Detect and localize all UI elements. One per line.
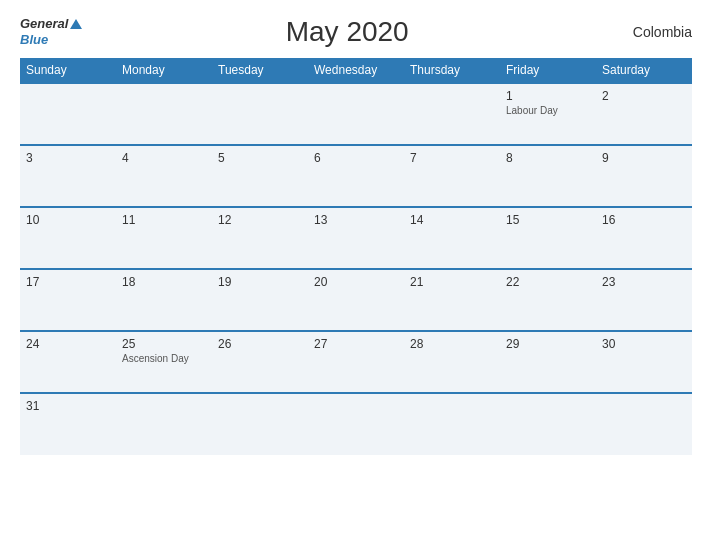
calendar-cell — [500, 393, 596, 455]
calendar-cell: 1Labour Day — [500, 83, 596, 145]
calendar-cell — [596, 393, 692, 455]
day-number: 4 — [122, 151, 206, 165]
day-number: 20 — [314, 275, 398, 289]
calendar-cell: 29 — [500, 331, 596, 393]
day-number: 7 — [410, 151, 494, 165]
day-number: 13 — [314, 213, 398, 227]
day-number: 19 — [218, 275, 302, 289]
logo-blue-text: Blue — [20, 32, 48, 48]
day-number: 21 — [410, 275, 494, 289]
country-label: Colombia — [612, 24, 692, 40]
day-of-week-header: Saturday — [596, 58, 692, 83]
day-number: 2 — [602, 89, 686, 103]
calendar-cell: 3 — [20, 145, 116, 207]
day-number: 15 — [506, 213, 590, 227]
calendar-cell — [20, 83, 116, 145]
day-number: 14 — [410, 213, 494, 227]
calendar-cell — [308, 83, 404, 145]
calendar-cell: 24 — [20, 331, 116, 393]
day-number: 16 — [602, 213, 686, 227]
month-title: May 2020 — [82, 16, 612, 48]
calendar-week-row: 17181920212223 — [20, 269, 692, 331]
calendar-cell: 18 — [116, 269, 212, 331]
day-number: 10 — [26, 213, 110, 227]
day-number: 6 — [314, 151, 398, 165]
day-number: 3 — [26, 151, 110, 165]
calendar-cell: 11 — [116, 207, 212, 269]
calendar-week-row: 10111213141516 — [20, 207, 692, 269]
calendar-cell — [404, 393, 500, 455]
day-number: 9 — [602, 151, 686, 165]
day-number: 11 — [122, 213, 206, 227]
day-number: 5 — [218, 151, 302, 165]
day-number: 22 — [506, 275, 590, 289]
calendar-header-row: SundayMondayTuesdayWednesdayThursdayFrid… — [20, 58, 692, 83]
calendar-cell: 27 — [308, 331, 404, 393]
day-number: 8 — [506, 151, 590, 165]
day-number: 25 — [122, 337, 206, 351]
calendar-page: General Blue May 2020 Colombia SundayMon… — [0, 0, 712, 550]
calendar-cell: 31 — [20, 393, 116, 455]
calendar-cell: 15 — [500, 207, 596, 269]
calendar-week-row: 1Labour Day2 — [20, 83, 692, 145]
day-number: 31 — [26, 399, 110, 413]
calendar-cell: 16 — [596, 207, 692, 269]
calendar-cell: 23 — [596, 269, 692, 331]
calendar-cell — [116, 393, 212, 455]
day-number: 30 — [602, 337, 686, 351]
calendar-week-row: 31 — [20, 393, 692, 455]
calendar-cell — [404, 83, 500, 145]
calendar-cell: 10 — [20, 207, 116, 269]
day-number: 27 — [314, 337, 398, 351]
day-number: 23 — [602, 275, 686, 289]
day-of-week-header: Tuesday — [212, 58, 308, 83]
calendar-table: SundayMondayTuesdayWednesdayThursdayFrid… — [20, 58, 692, 455]
day-of-week-header: Monday — [116, 58, 212, 83]
holiday-label: Ascension Day — [122, 353, 206, 364]
calendar-cell: 6 — [308, 145, 404, 207]
calendar-cell: 5 — [212, 145, 308, 207]
day-number: 29 — [506, 337, 590, 351]
calendar-cell — [116, 83, 212, 145]
calendar-cell: 21 — [404, 269, 500, 331]
day-of-week-header: Wednesday — [308, 58, 404, 83]
calendar-cell: 25Ascension Day — [116, 331, 212, 393]
day-number: 12 — [218, 213, 302, 227]
calendar-cell: 7 — [404, 145, 500, 207]
calendar-cell — [212, 393, 308, 455]
calendar-cell: 20 — [308, 269, 404, 331]
calendar-week-row: 3456789 — [20, 145, 692, 207]
calendar-cell — [308, 393, 404, 455]
day-of-week-header: Thursday — [404, 58, 500, 83]
holiday-label: Labour Day — [506, 105, 590, 116]
header: General Blue May 2020 Colombia — [20, 16, 692, 48]
calendar-cell — [212, 83, 308, 145]
calendar-cell: 14 — [404, 207, 500, 269]
calendar-cell: 8 — [500, 145, 596, 207]
calendar-cell: 12 — [212, 207, 308, 269]
calendar-cell: 13 — [308, 207, 404, 269]
day-number: 18 — [122, 275, 206, 289]
day-of-week-header: Friday — [500, 58, 596, 83]
calendar-cell: 26 — [212, 331, 308, 393]
logo-general-text: General — [20, 16, 68, 32]
calendar-cell: 28 — [404, 331, 500, 393]
logo: General Blue — [20, 16, 82, 47]
day-number: 24 — [26, 337, 110, 351]
day-number: 28 — [410, 337, 494, 351]
calendar-cell: 9 — [596, 145, 692, 207]
calendar-week-row: 2425Ascension Day2627282930 — [20, 331, 692, 393]
calendar-cell: 22 — [500, 269, 596, 331]
day-number: 26 — [218, 337, 302, 351]
calendar-cell: 17 — [20, 269, 116, 331]
day-number: 17 — [26, 275, 110, 289]
calendar-cell: 2 — [596, 83, 692, 145]
calendar-cell: 30 — [596, 331, 692, 393]
calendar-cell: 19 — [212, 269, 308, 331]
calendar-cell: 4 — [116, 145, 212, 207]
day-of-week-header: Sunday — [20, 58, 116, 83]
day-number: 1 — [506, 89, 590, 103]
logo-triangle-icon — [70, 19, 82, 29]
